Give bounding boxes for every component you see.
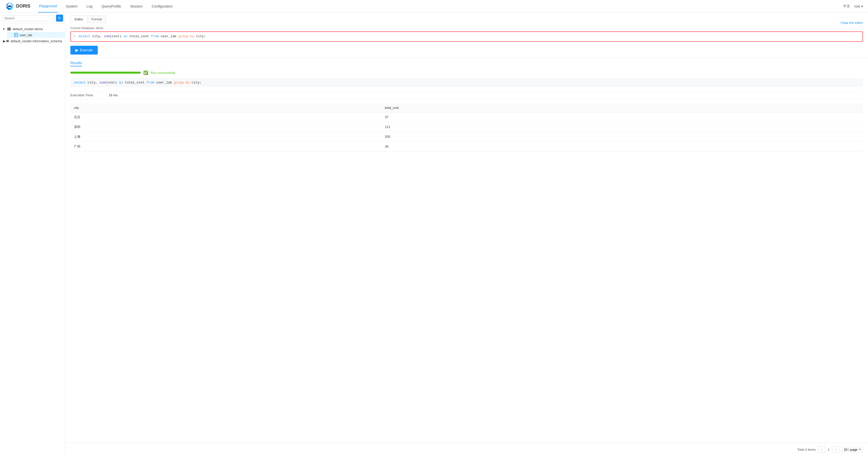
code-editor[interactable]: 1select city, sum(cost) as total_cost fr… (70, 31, 863, 42)
logo-text: DORIS (16, 3, 30, 9)
tree-expand-icon: ▾ (3, 27, 7, 31)
kw-as: as (123, 34, 127, 38)
user-menu[interactable]: root ▾ (854, 4, 863, 8)
nav-queryprofile[interactable]: QueryProfile (100, 0, 122, 12)
editor-tabs: Editor Format (70, 16, 106, 23)
tree-label-demo: default_cluster:demo (12, 27, 43, 31)
execution-time-row: Execution Time: 16 ms (70, 91, 863, 99)
table-row: 深圳111 (70, 122, 863, 132)
success-text: Run successfully (151, 71, 176, 75)
execute-label: Execute (80, 48, 93, 52)
svg-rect-8 (14, 33, 18, 37)
tree-collapse-icon: ▶ (3, 39, 6, 43)
chevron-right-icon: › (835, 448, 836, 451)
search-refresh-button[interactable]: ↻ (56, 14, 63, 22)
svg-rect-5 (7, 28, 11, 28)
main-layout: ↻ ▾ default_cluster:demo (0, 12, 868, 456)
kw-from: from (151, 34, 159, 38)
table-row: 上海200 (70, 132, 863, 142)
table-cell: 北京 (70, 112, 381, 122)
chevron-left-icon: ‹ (821, 448, 822, 451)
table-icon (14, 33, 18, 37)
nav-log[interactable]: Log (86, 0, 93, 12)
result-table: city total_cost 北京37深圳111上海200广州30 (70, 103, 863, 152)
success-check-icon: ✅ (143, 70, 148, 75)
col-total-cost: total_cost (381, 103, 863, 112)
tree-node-infoschema[interactable]: ▶ default_cluster:information_schema (0, 38, 65, 44)
topnav: DORIS Playground System Log QueryProfile… (0, 0, 868, 12)
table-header: city total_cost (70, 103, 863, 112)
logo: DORIS (5, 2, 30, 11)
svg-rect-13 (6, 41, 9, 41)
table-cell: 上海 (70, 132, 381, 142)
kw-by: by (190, 34, 194, 38)
execute-row: ▶ Execute (70, 46, 863, 55)
svg-rect-12 (6, 40, 9, 40)
database-icon-2 (6, 39, 9, 43)
editor-area: Editor Format Current Database: demo Cle… (65, 12, 868, 58)
kw-select: select (79, 34, 90, 38)
execute-button[interactable]: ▶ Execute (70, 46, 98, 55)
search-bar: ↻ (0, 12, 65, 24)
table-row: 广州30 (70, 142, 863, 151)
results-tab-label: Results (70, 61, 82, 66)
line-number-1: 1 (73, 34, 75, 38)
nav-right: 中文 root ▾ (843, 4, 863, 8)
content-area: Editor Format Current Database: demo Cle… (65, 12, 868, 456)
tree-child-userlab: user_lab (0, 32, 65, 38)
search-input[interactable] (2, 15, 55, 21)
query-display: select city, sum(cost) as total_cost fro… (70, 78, 863, 87)
refresh-icon: ↻ (58, 16, 61, 20)
table-cell: 广州 (70, 142, 381, 151)
play-icon: ▶ (75, 48, 79, 53)
nav-playground[interactable]: Playground (38, 0, 58, 12)
svg-rect-14 (6, 41, 9, 42)
clear-editor-button[interactable]: Clear the editor (841, 21, 863, 25)
col-city: city (70, 103, 381, 112)
table-cell: 37 (381, 112, 863, 122)
nav-session[interactable]: Session (129, 0, 144, 12)
table-cell: 111 (381, 122, 863, 132)
tab-editor[interactable]: Editor (70, 16, 88, 23)
editor-header: Editor Format Current Database: demo Cle… (70, 16, 863, 30)
exec-time-label: Execution Time: (70, 93, 94, 97)
pagination-row: Total 4 items ‹ 1 › 20 / page (65, 443, 868, 456)
current-page: 1 (828, 448, 830, 452)
progress-bar-fill (70, 72, 141, 74)
language-switch[interactable]: 中文 (843, 4, 850, 8)
database-tree: ▾ default_cluster:demo (0, 24, 65, 456)
exec-time-value: 16 ms (109, 93, 118, 97)
tree-label-userlab: user_lab (20, 33, 32, 37)
total-items-label: Total 4 items (797, 448, 816, 452)
results-area: Results ✅ Run successfully select city, … (65, 58, 868, 443)
table-row: 北京37 (70, 112, 863, 122)
prev-page-button[interactable]: ‹ (818, 446, 825, 453)
tab-format[interactable]: Format (88, 16, 106, 23)
table-cell: 深圳 (70, 122, 381, 132)
nav-items: Playground System Log QueryProfile Sessi… (38, 0, 843, 12)
nav-configuration[interactable]: Configuration (151, 0, 174, 12)
tree-node-userlab[interactable]: user_lab (7, 32, 65, 38)
table-cell: 30 (381, 142, 863, 151)
kw-group: group (179, 34, 188, 38)
svg-rect-7 (7, 30, 11, 30)
nav-system[interactable]: System (65, 0, 79, 12)
tree-label-infoschema: default_cluster:information_schema (10, 39, 62, 43)
database-icon (7, 27, 11, 31)
svg-rect-6 (7, 29, 11, 29)
progress-bar (70, 72, 141, 74)
results-tab: Results (70, 61, 863, 66)
next-page-button[interactable]: › (832, 446, 839, 453)
fn-sum: sum (104, 34, 110, 38)
current-database-label: Current Database: demo (70, 26, 106, 30)
table-cell: 200 (381, 132, 863, 142)
tree-node-demo[interactable]: ▾ default_cluster:demo (0, 26, 65, 32)
doris-logo-icon (5, 2, 14, 11)
sidebar: ↻ ▾ default_cluster:demo (0, 12, 65, 456)
table-body: 北京37深圳111上海200广州30 (70, 112, 863, 151)
page-size-select[interactable]: 20 / page (842, 447, 863, 452)
success-row: ✅ Run successfully (70, 70, 863, 75)
